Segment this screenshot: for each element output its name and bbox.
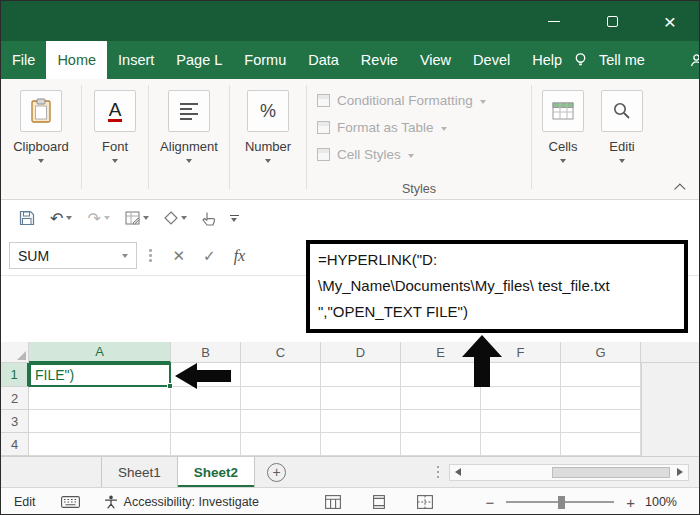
table-edit-icon [125, 211, 140, 225]
clipboard-group-button[interactable]: Clipboard [1, 79, 81, 199]
enter-button[interactable]: ✓ [194, 247, 225, 265]
tab-home[interactable]: Home [46, 41, 107, 79]
scrollbar-split-handle[interactable] [437, 466, 440, 479]
cell-styles-button[interactable]: Cell Styles [317, 141, 525, 168]
group-label: Clipboard [13, 139, 69, 154]
tab-review[interactable]: Revie [350, 41, 409, 79]
scrollbar-thumb[interactable] [552, 467, 670, 478]
undo-icon: ↶ [50, 209, 63, 228]
undo-button[interactable]: ↶ [44, 207, 78, 230]
tab-formulas[interactable]: Formu [233, 41, 297, 79]
up-arrow-annotation [462, 335, 502, 387]
fill-handle[interactable] [167, 383, 173, 389]
insert-function-button[interactable]: fx [225, 247, 255, 265]
tab-page-layout[interactable]: Page L [165, 41, 233, 79]
touch-mode-button[interactable] [196, 209, 221, 228]
tab-data[interactable]: Data [297, 41, 350, 79]
zoom-out-button[interactable]: − [479, 494, 500, 511]
font-group-button[interactable]: A Font [82, 79, 148, 199]
column-header-c[interactable]: C [241, 342, 321, 363]
column-header-filler [641, 342, 699, 363]
table-edit-button[interactable] [119, 209, 155, 227]
select-all-button[interactable] [1, 342, 29, 363]
new-sheet-button[interactable]: + [267, 463, 286, 482]
group-label: Font [102, 139, 128, 154]
page-layout-view-button[interactable] [371, 495, 387, 509]
keyboard-button[interactable] [49, 496, 92, 508]
chevron-down-icon [480, 100, 486, 104]
worksheet-grid: A B C D E F G 1 2 3 4 [1, 342, 699, 456]
redo-button[interactable]: ↷ [81, 207, 115, 230]
formula-line: =HYPERLINK("D: [318, 247, 676, 273]
accessibility-status-label: Accessibility: Investigate [124, 495, 259, 509]
alignment-group-button[interactable]: Alignment [149, 79, 229, 199]
customize-quick-access-button[interactable] [224, 213, 245, 224]
row-header-2[interactable]: 2 [1, 387, 29, 410]
column-header-a[interactable]: A [29, 342, 171, 363]
accessibility-icon [104, 495, 118, 509]
scroll-right-icon[interactable] [677, 468, 683, 476]
tab-help[interactable]: Help [521, 41, 573, 79]
zoom-in-button[interactable]: + [620, 494, 641, 511]
page-break-preview-button[interactable] [417, 495, 433, 509]
shape-button[interactable] [158, 209, 193, 227]
cell-area[interactable]: FILE") [29, 363, 699, 456]
number-group-button[interactable]: % Number [230, 79, 306, 199]
minimize-icon [548, 21, 560, 22]
format-as-table-button[interactable]: Format as Table [317, 114, 525, 141]
chevron-down-icon [186, 159, 192, 163]
button-label: Cell Styles [337, 147, 401, 162]
active-cell-a1[interactable]: FILE") [29, 363, 171, 387]
horizontal-scrollbar[interactable] [449, 464, 689, 481]
zoom-slider-thumb[interactable] [558, 496, 565, 509]
formula-callout-box: =HYPERLINK("D: \My_Name\Documents\My_fil… [306, 240, 688, 333]
close-button[interactable]: × [641, 1, 699, 41]
tell-me-button[interactable]: Tell me [595, 52, 649, 68]
customize-quick-access-icon [230, 215, 239, 216]
window-controls: × [525, 1, 699, 41]
conditional-formatting-icon [317, 94, 330, 107]
tab-file[interactable]: File [1, 41, 46, 79]
tab-view[interactable]: View [409, 41, 462, 79]
zoom-slider[interactable] [506, 501, 614, 503]
lightbulb-icon [573, 52, 588, 68]
collapse-ribbon-button[interactable] [678, 183, 687, 192]
conditional-formatting-button[interactable]: Conditional Formatting [317, 87, 525, 114]
cells-group-button[interactable]: Cells [532, 79, 594, 199]
chevron-down-icon [181, 216, 187, 220]
gridline [29, 409, 699, 410]
accessibility-status-button[interactable]: Accessibility: Investigate [92, 495, 271, 509]
row-header-1[interactable]: 1 [1, 363, 29, 387]
editing-group-button[interactable]: Editi [594, 79, 650, 199]
chevron-down-icon [265, 159, 271, 163]
redo-icon: ↷ [87, 209, 100, 228]
save-button[interactable] [13, 208, 41, 228]
share-person-icon [689, 53, 700, 68]
scroll-left-icon[interactable] [455, 468, 461, 476]
tab-developer[interactable]: Devel [462, 41, 521, 79]
row-header-3[interactable]: 3 [1, 410, 29, 433]
cancel-button[interactable]: ✕ [164, 247, 195, 265]
button-label: Format as Table [337, 120, 434, 135]
column-header-d[interactable]: D [321, 342, 401, 363]
column-header-b[interactable]: B [171, 342, 241, 363]
chevron-down-icon [560, 159, 566, 163]
normal-view-button[interactable] [325, 495, 341, 509]
tab-insert[interactable]: Insert [107, 41, 165, 79]
chevron-down-icon [66, 216, 72, 220]
column-header-g[interactable]: G [561, 342, 641, 363]
drag-handle-icon[interactable] [149, 249, 152, 262]
styles-group: Conditional Formatting Format as Table C… [307, 79, 531, 199]
maximize-button[interactable] [583, 1, 641, 41]
sheet-tab-sheet1[interactable]: Sheet1 [101, 457, 178, 487]
name-box[interactable]: SUM [9, 242, 137, 269]
minimize-button[interactable] [525, 1, 583, 41]
sheet-nav-area [1, 457, 101, 487]
chevron-down-icon [104, 216, 110, 220]
row-header-4[interactable]: 4 [1, 433, 29, 456]
sheet-tab-sheet2[interactable]: Sheet2 [178, 457, 255, 487]
chevron-down-icon [122, 254, 128, 258]
zoom-control: − + 100% [479, 494, 687, 511]
zoom-level-button[interactable]: 100% [641, 495, 687, 509]
scrollbar-track[interactable] [466, 465, 672, 480]
